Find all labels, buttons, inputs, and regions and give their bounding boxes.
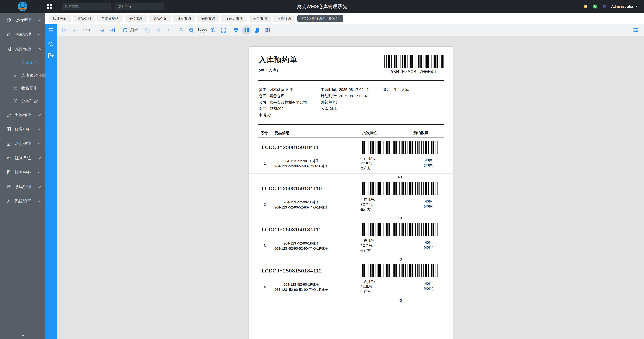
phone-icon[interactable] — [592, 4, 598, 9]
item-code: LCDCJY2508150184112 — [262, 268, 322, 274]
asn-barcode — [383, 55, 444, 68]
tab-location-query[interactable]: 库位查询 — [249, 15, 271, 22]
collapse-menu-icon[interactable] — [0, 332, 45, 336]
search-icon[interactable] — [48, 41, 54, 48]
archive-search-icon — [13, 86, 18, 91]
sidebar-item-task-center[interactable]: 任务中心 — [0, 122, 45, 136]
sidebar-item-partners[interactable]: 往来单位 — [0, 151, 45, 165]
remark-value: 生产入库 — [394, 87, 409, 92]
doc-edit-icon — [13, 73, 18, 78]
batch-attributes: 生产批号: PO单号: 生产方: — [360, 238, 375, 253]
chevron-up-icon — [38, 48, 41, 51]
item-barcode — [362, 223, 438, 236]
sidebar-item-barcode[interactable]: 条码管理 — [0, 180, 45, 194]
sidebar-item-sorting[interactable]: 分拣理货 — [0, 95, 45, 108]
app-title: 奥芸WMS仓库管理系统 — [0, 0, 644, 13]
previous-page-icon[interactable] — [72, 27, 78, 33]
planned-arrival-value: 2025-08-17 02:41 — [339, 94, 369, 98]
sidebar-item-goods[interactable]: 货物管理 — [0, 13, 45, 27]
pdf-viewer-canvas[interactable]: 入库预约单 (生产入库) ASN2025081700041 货主:冈本商贸-冈本… — [57, 36, 644, 339]
divider — [258, 80, 444, 81]
scroll-view-icon[interactable] — [254, 27, 260, 33]
facing-pages-icon[interactable] — [265, 27, 271, 33]
tab-welcome[interactable]: 欢迎页面 — [49, 15, 71, 22]
chevron-down-icon — [635, 6, 638, 7]
zoom-out-icon[interactable] — [188, 27, 195, 33]
sidebar-item-stocktake[interactable]: 盘点作业 — [0, 136, 45, 151]
product-info: 964-123 -52-90-1P袜子 964-123 -52-90-52-90… — [273, 158, 330, 169]
batch-attributes: 生产批号: PO单号: 生产方: — [360, 156, 375, 170]
zoom-level-select[interactable]: 100% ••• — [198, 27, 207, 33]
sidebar-item-warehouse[interactable]: 仓库管理 — [0, 27, 45, 42]
row-subtotal: 40 — [383, 175, 417, 179]
row-subtotal: 40 — [383, 216, 417, 220]
inbound-icon — [6, 46, 11, 52]
department-value: JZSM02 — [270, 107, 284, 111]
product-info: 964-123 -52-90-1P袜子 964-123 -52-90-52-90… — [273, 200, 330, 210]
item-code: LCDCJY2508150184111 — [262, 227, 322, 232]
asn-number: ASN2025081700041 — [383, 69, 444, 75]
sidebar-item-outbound[interactable]: 出库作业 — [0, 108, 45, 122]
tab-print-inbound-reservation-batch[interactable]: 打印入库预约单（批次） — [297, 15, 343, 22]
item-barcode — [362, 141, 438, 154]
document-page: 入库预约单 (生产入库) ASN2025081700041 货主:冈本商贸-冈本… — [249, 47, 452, 339]
next-view-icon[interactable] — [165, 27, 172, 33]
chevron-down-icon — [38, 113, 41, 116]
refresh-icon[interactable] — [122, 27, 128, 33]
pan-icon[interactable] — [178, 27, 184, 33]
user-name: Administrator — [611, 4, 634, 9]
tab-goods-category[interactable]: 货品类别 — [73, 15, 95, 22]
company-value: 嘉兴奥芸检测有限公司 — [270, 100, 307, 105]
tab-unit-management[interactable]: 单位管理 — [125, 15, 147, 22]
clipboard-icon — [6, 141, 11, 146]
tab-goods-archive[interactable]: 货品档案 — [149, 15, 171, 22]
viewer-side-strip — [45, 24, 57, 339]
zoom-in-icon[interactable] — [210, 27, 216, 33]
warehouse-value: 嘉善仓库 — [270, 94, 284, 99]
tab-location-group-query[interactable]: 库位组查询 — [222, 15, 247, 22]
tab-inbound-reservation[interactable]: 入库预约 — [273, 15, 295, 22]
sidebar-item-settings[interactable]: 系统设置 — [0, 194, 45, 208]
sidebar-item-receiving-history[interactable]: 收货历史 — [0, 82, 45, 95]
chevron-down-icon — [38, 171, 41, 174]
row-subtotal: 40 — [383, 298, 417, 303]
divider — [258, 124, 444, 125]
grid-icon — [6, 127, 11, 132]
chevron-down-icon — [38, 127, 41, 130]
refresh-label[interactable]: 刷新 — [130, 28, 138, 33]
notes-icon[interactable] — [583, 4, 588, 9]
tab-custom-spec[interactable]: 自定义规格 — [97, 15, 122, 22]
divider — [249, 215, 452, 215]
book-view-active[interactable] — [242, 25, 252, 35]
sidebar-item-inbound-reservation-billing[interactable]: 入库预约开单 — [0, 69, 45, 82]
user-menu[interactable]: Administrator — [611, 4, 638, 9]
row-number: 1 — [264, 161, 266, 166]
sidebar-item-inbound-reservation[interactable]: 入库预约 — [0, 56, 45, 69]
chevron-down-icon — [38, 185, 41, 188]
magic-icon[interactable] — [602, 4, 607, 9]
box-icon — [6, 18, 11, 23]
export-icon[interactable] — [48, 52, 54, 59]
row-number: 4 — [264, 285, 266, 289]
copy-page-icon[interactable] — [144, 27, 150, 33]
handshake-icon — [6, 155, 11, 161]
fit-screen-icon[interactable] — [220, 27, 226, 33]
document-subtitle: (生产入库) — [259, 68, 278, 73]
first-page-icon[interactable] — [61, 27, 68, 33]
top-header: WMS 奥芸WMS仓库管理系统 Administrator — [0, 0, 644, 13]
owner-value: 冈本商贸-冈本 — [270, 87, 293, 92]
row-number: 3 — [264, 243, 266, 248]
scan-icon — [13, 99, 18, 104]
prev-view-icon[interactable] — [155, 27, 161, 33]
toggle-sidebar-icon[interactable] — [48, 27, 54, 34]
sidebar-item-inbound[interactable]: 入库作业 — [0, 42, 45, 56]
tab-warehouse-query[interactable]: 仓库查询 — [197, 15, 219, 22]
doc-search-icon — [13, 60, 18, 65]
view-settings-icon[interactable] — [633, 27, 639, 33]
print-icon[interactable] — [233, 27, 239, 33]
sidebar-item-reports[interactable]: 报表中心 — [0, 165, 45, 180]
tab-batch-query[interactable]: 批次查询 — [173, 15, 195, 22]
last-page-icon[interactable] — [110, 27, 116, 33]
next-page-icon[interactable] — [99, 27, 105, 33]
item-code: LCDCJY2508150184110 — [262, 186, 322, 191]
